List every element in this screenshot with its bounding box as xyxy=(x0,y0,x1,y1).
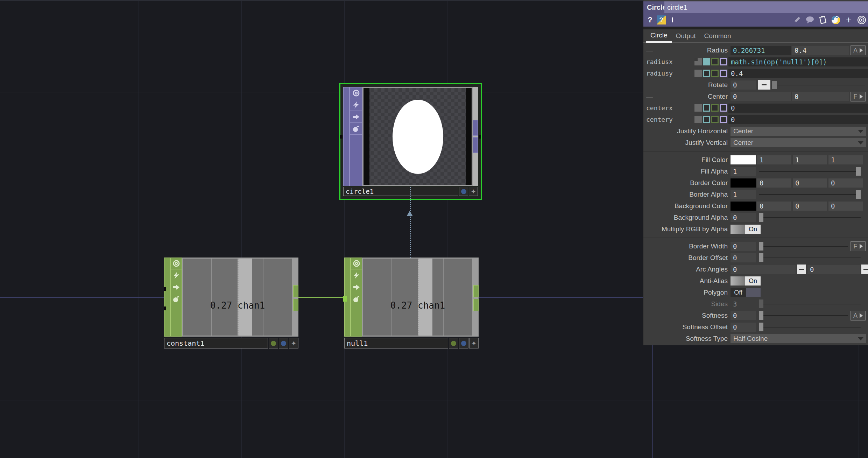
mode-expression-icon[interactable] xyxy=(703,70,710,77)
output-connector[interactable] xyxy=(473,137,478,153)
param-dropdown[interactable]: Half Cosine xyxy=(731,334,866,343)
slider-track[interactable] xyxy=(759,327,861,327)
color-flag-blue[interactable] xyxy=(459,187,468,196)
flag-column[interactable] xyxy=(350,87,362,186)
value-ladder-handle[interactable] xyxy=(758,80,770,90)
param-value-field[interactable]: 0 xyxy=(731,253,756,262)
slider-handle[interactable] xyxy=(759,300,763,308)
color-channel-field[interactable]: 1 xyxy=(757,155,791,164)
param-fetch-button[interactable]: F xyxy=(851,241,866,251)
lightning-flag-cell[interactable] xyxy=(351,269,362,281)
network-editor[interactable]: 0.27 chan1 constant1 ✦ xyxy=(0,0,868,458)
param-value-field[interactable]: 0 xyxy=(728,104,868,113)
info-icon[interactable]: i xyxy=(667,15,678,25)
node-name-field[interactable]: null1 xyxy=(344,338,448,348)
param-value-field[interactable]: 0.4 xyxy=(792,46,849,55)
node-constant1[interactable]: 0.27 chan1 constant1 ✦ xyxy=(164,258,298,348)
python-help-icon[interactable]: ? xyxy=(657,15,666,24)
color-channel-field[interactable]: 1 xyxy=(828,155,863,164)
bomb-flag-cell[interactable] xyxy=(350,123,362,135)
param-value-field[interactable]: 0 xyxy=(731,213,756,222)
mode-expression-icon[interactable] xyxy=(703,58,710,65)
flag-column[interactable] xyxy=(170,258,182,337)
param-value-field[interactable]: 1 xyxy=(731,190,756,199)
param-value-field[interactable]: 0.266731 xyxy=(731,46,791,55)
slider-track[interactable] xyxy=(759,171,861,172)
bullseye-flag-cell[interactable] xyxy=(351,258,362,269)
tab-common[interactable]: Common xyxy=(700,30,735,42)
chop-viewer[interactable]: 0.27 chan1 xyxy=(182,258,293,337)
slider-handle[interactable] xyxy=(856,190,861,199)
slider-track[interactable] xyxy=(759,258,861,258)
color-channel-field[interactable]: 0 xyxy=(757,178,791,188)
param-value-field[interactable]: 0 xyxy=(731,311,756,320)
tab-output[interactable]: Output xyxy=(672,30,700,42)
color-flag-blue[interactable] xyxy=(279,338,288,348)
flag-column[interactable] xyxy=(351,258,362,337)
output-connector-strip[interactable] xyxy=(293,258,298,337)
value-ladder-handle[interactable] xyxy=(797,265,806,274)
connector-strip[interactable] xyxy=(343,87,350,186)
copy-clipboard-icon[interactable] xyxy=(818,15,828,25)
output-connector-strip[interactable] xyxy=(473,87,478,186)
top-viewer[interactable] xyxy=(362,87,473,186)
mode-expression-icon[interactable] xyxy=(703,104,710,112)
slider-handle[interactable] xyxy=(856,167,861,176)
color-flag-green[interactable] xyxy=(449,338,458,348)
color-channel-field[interactable]: 0 xyxy=(828,202,863,211)
param-value-field[interactable]: 0 xyxy=(731,242,756,251)
output-connector-strip[interactable] xyxy=(473,258,479,337)
op-name-field[interactable]: circle1 xyxy=(664,1,868,13)
slider-handle[interactable] xyxy=(759,323,763,331)
slider-track[interactable] xyxy=(759,217,861,218)
mode-export-icon[interactable] xyxy=(711,116,719,123)
slider-handle[interactable] xyxy=(759,242,763,251)
bullseye-flag-cell[interactable] xyxy=(350,87,362,99)
param-dropdown[interactable]: Center xyxy=(731,138,866,147)
param-value-field[interactable]: 0 xyxy=(728,115,868,124)
lightning-flag-cell[interactable] xyxy=(350,99,362,111)
arrow-flag-cell[interactable] xyxy=(350,111,362,123)
python-icon[interactable] xyxy=(831,15,841,25)
comment-bubble-icon[interactable] xyxy=(805,15,815,25)
arrow-flag-cell[interactable] xyxy=(170,281,182,293)
input-connector-active[interactable] xyxy=(343,296,347,302)
color-swatch[interactable] xyxy=(731,155,756,164)
color-swatch[interactable] xyxy=(731,202,756,211)
param-value-field[interactable]: 0 xyxy=(807,265,860,274)
toggle-off[interactable]: Off xyxy=(731,288,761,297)
chop-to-top-reference-wire[interactable] xyxy=(410,187,411,258)
param-animate-button[interactable]: A xyxy=(851,45,866,55)
param-dropdown[interactable]: Center xyxy=(731,127,866,136)
color-channel-field[interactable]: 0 xyxy=(828,178,863,188)
param-value-field[interactable]: 1 xyxy=(731,167,756,176)
color-channel-field[interactable]: 0 xyxy=(793,202,827,211)
param-value-field[interactable]: 0 xyxy=(731,323,756,332)
slider-track[interactable] xyxy=(759,315,848,316)
param-value-field[interactable]: 0.4 xyxy=(728,69,868,78)
mode-bind-icon[interactable] xyxy=(720,104,727,112)
connector-strip[interactable] xyxy=(164,258,170,337)
toggle-on[interactable]: On xyxy=(731,276,761,286)
color-flag-blue[interactable] xyxy=(459,338,468,348)
comment-flag[interactable]: ✦ xyxy=(469,338,479,348)
slider-handle[interactable] xyxy=(759,213,763,222)
mode-export-icon[interactable] xyxy=(711,58,719,65)
mode-export-icon[interactable] xyxy=(711,70,719,77)
comment-flag[interactable]: ✦ xyxy=(289,338,298,348)
mode-constant-icon[interactable] xyxy=(694,104,702,112)
help-icon[interactable]: ? xyxy=(645,15,655,25)
value-ladder-handle[interactable] xyxy=(861,265,868,274)
lightning-flag-cell[interactable] xyxy=(170,269,182,281)
chop-wire[interactable] xyxy=(298,297,344,298)
mode-expression-icon[interactable] xyxy=(703,116,710,123)
mode-constant-icon[interactable] xyxy=(694,58,702,65)
mode-bind-icon[interactable] xyxy=(720,116,727,123)
output-connector[interactable] xyxy=(293,299,298,311)
param-animate-button[interactable]: A xyxy=(851,311,866,320)
bullseye-flag-cell[interactable] xyxy=(170,258,182,269)
param-value-field[interactable]: math.sin(op('null1')[0]) xyxy=(728,57,868,66)
rings-icon[interactable] xyxy=(856,15,867,25)
slider-track[interactable] xyxy=(759,304,861,304)
slider-track[interactable] xyxy=(777,85,865,85)
